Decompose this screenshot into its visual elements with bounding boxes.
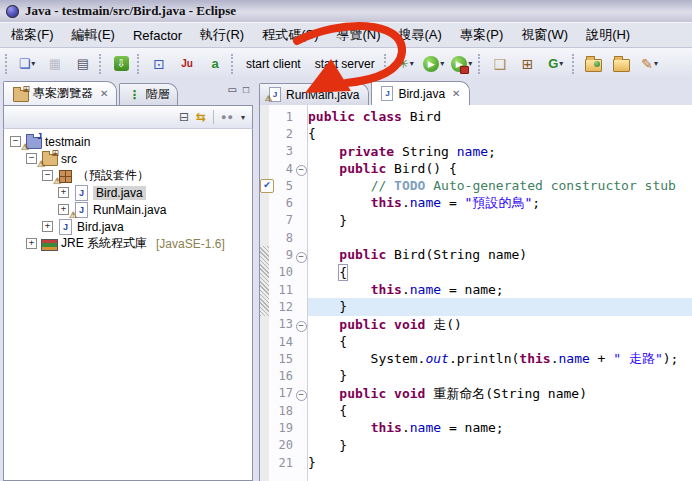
menu-item[interactable]: 執行(R): [191, 23, 253, 47]
warning-icon: ⚠: [265, 92, 272, 105]
export-button[interactable]: [609, 53, 635, 75]
code-line[interactable]: public Bird(String name): [308, 246, 692, 263]
menu-item[interactable]: 程式碼(S): [253, 23, 327, 47]
code-line[interactable]: public void 走(): [308, 316, 692, 333]
print-button[interactable]: ▤: [70, 53, 96, 75]
project-tree[interactable]: −⚠testmain−⚠src−⚠（預設套件）+JBird.java+J⚠Run…: [3, 129, 253, 481]
line-number-gutter: 1234−56789−10111213−14151617−18192021: [269, 105, 308, 481]
eclipse-window: Java - testmain/src/Bird.java - Eclipse …: [0, 0, 692, 481]
code-line[interactable]: private String name;: [308, 143, 692, 160]
java-file-icon: J: [57, 219, 73, 234]
menu-item[interactable]: 檔案(F): [2, 23, 63, 47]
fold-marker-icon[interactable]: −: [296, 165, 307, 176]
debug-button[interactable]: ✳▾: [393, 53, 419, 75]
open-type-button[interactable]: ⊡: [146, 53, 172, 75]
fold-marker-icon[interactable]: −: [296, 321, 307, 332]
tree-item[interactable]: +JBird.java: [4, 184, 252, 201]
code-line[interactable]: {: [308, 125, 692, 142]
new-package-button[interactable]: ⊞: [515, 53, 541, 75]
start-server-button[interactable]: start server: [309, 53, 381, 75]
project-explorer-panel: 專案瀏覽器 ✕ ⋮ 階層 ▭ □ ⊟ ⇆ ●● ▾ −⚠testmain−: [3, 80, 253, 481]
code-line[interactable]: }: [308, 212, 692, 229]
brush-button[interactable]: ✎▾: [637, 53, 663, 75]
code-line[interactable]: [308, 229, 692, 246]
warning-icon: ⚠: [53, 176, 61, 186]
java-file-icon: J: [381, 86, 393, 101]
tab-runmain-java[interactable]: J⚠ RunMain.java: [259, 83, 369, 105]
code-line[interactable]: this.name = "預設的鳥";: [308, 194, 692, 211]
code-line[interactable]: this.name = name;: [308, 281, 692, 298]
eclipse-logo-icon: [6, 5, 19, 18]
new-java-class-button[interactable]: ❑: [487, 53, 513, 75]
tree-item[interactable]: −⚠src: [4, 150, 252, 167]
maximize-view-icon[interactable]: □: [243, 84, 249, 95]
warning-icon: ⚠: [21, 142, 29, 152]
menu-item[interactable]: 專案(P): [451, 23, 512, 47]
java-project-icon: ⚠: [25, 134, 41, 149]
close-icon[interactable]: ✕: [100, 88, 108, 99]
view-menu-caret-icon[interactable]: ▾: [241, 113, 245, 122]
checkout-button[interactable]: ⇩: [108, 53, 134, 75]
new-wizard-button[interactable]: ❏▾: [14, 53, 40, 75]
code-line[interactable]: public void 重新命名(String name): [308, 385, 692, 402]
code-line[interactable]: {: [308, 264, 692, 281]
run-external-button[interactable]: ▶▾: [449, 53, 475, 75]
code-line[interactable]: }: [308, 367, 692, 384]
fold-marker-icon[interactable]: −: [296, 252, 307, 263]
code-line[interactable]: // TODO Auto-generated constructor stub: [308, 177, 692, 194]
run-button[interactable]: ▶▾: [421, 53, 447, 75]
library-icon: [41, 236, 57, 251]
window-title: Java - testmain/src/Bird.java - Eclipse: [25, 3, 236, 19]
new-annotation-button[interactable]: a: [202, 53, 228, 75]
code-line[interactable]: public class Bird: [308, 108, 692, 125]
tree-item[interactable]: +J⚠RunMain.java: [4, 201, 252, 218]
close-icon[interactable]: ✕: [452, 88, 460, 99]
code-line[interactable]: public Bird() {: [308, 160, 692, 177]
code-line[interactable]: this.name = name;: [308, 419, 692, 436]
tab-hierarchy[interactable]: ⋮ 階層: [119, 83, 178, 105]
task-marker-icon[interactable]: ✔: [260, 179, 274, 193]
new-web-button[interactable]: G▾: [543, 53, 569, 75]
start-client-button[interactable]: start client: [240, 53, 307, 75]
menu-item[interactable]: Refactor: [124, 25, 191, 46]
menu-item[interactable]: 編輯(E): [63, 23, 124, 47]
collapse-all-icon[interactable]: ⊟: [179, 110, 189, 124]
code-line[interactable]: System.out.println(this.name + " 走路");: [308, 350, 692, 367]
menu-item[interactable]: 搜尋(A): [390, 23, 451, 47]
fold-marker-icon[interactable]: −: [296, 390, 307, 401]
view-menu-icon[interactable]: ●●: [221, 112, 234, 122]
save-button[interactable]: ▦: [42, 53, 68, 75]
folder-icon: [613, 59, 630, 72]
menu-item[interactable]: 導覽(N): [327, 23, 389, 47]
link-with-editor-icon[interactable]: ⇆: [196, 110, 206, 124]
code-line[interactable]: }: [308, 454, 692, 471]
source-folder-icon: ⚠: [41, 151, 57, 166]
menu-item[interactable]: 說明(H): [577, 23, 639, 47]
code-line[interactable]: {: [308, 333, 692, 350]
panel-sash[interactable]: [253, 80, 256, 481]
menu-bar: 檔案(F)編輯(E)Refactor執行(R)程式碼(S)導覽(N)搜尋(A)專…: [0, 22, 692, 48]
menu-item[interactable]: 視窗(W): [512, 23, 577, 47]
code-line[interactable]: }: [308, 298, 692, 315]
tree-item[interactable]: +JRE 系統程式庫[JavaSE-1.6]: [4, 235, 252, 252]
tab-project-explorer[interactable]: 專案瀏覽器 ✕: [3, 81, 117, 105]
explorer-toolbar: ⊟ ⇆ ●● ▾: [3, 105, 253, 129]
import-button[interactable]: [581, 53, 607, 75]
tab-runmain-label: RunMain.java: [286, 88, 359, 102]
code-editor[interactable]: ✔ 1234−56789−10111213−14151617−18192021 …: [259, 105, 692, 481]
junit-button[interactable]: Ju: [174, 53, 200, 75]
tree-item[interactable]: −⚠testmain: [4, 133, 252, 150]
code-text[interactable]: public class Bird{ private String name; …: [308, 105, 692, 481]
tab-bird-label: Bird.java: [398, 87, 445, 101]
code-line[interactable]: }: [308, 437, 692, 454]
minimize-view-icon[interactable]: ▭: [228, 84, 237, 95]
tab-bird-java[interactable]: J Bird.java ✕: [371, 81, 470, 105]
workbench: 專案瀏覽器 ✕ ⋮ 階層 ▭ □ ⊟ ⇆ ●● ▾ −⚠testmain−: [0, 78, 692, 481]
hierarchy-icon: ⋮: [128, 88, 140, 102]
tree-item[interactable]: −⚠（預設套件）: [4, 167, 252, 184]
tree-item[interactable]: +JBird.java: [4, 218, 252, 235]
annotation-ruler[interactable]: ✔: [260, 105, 269, 481]
editor-tab-bar: J⚠ RunMain.java J Bird.java ✕: [259, 80, 692, 105]
code-line[interactable]: {: [308, 402, 692, 419]
explorer-tab-bar: 專案瀏覽器 ✕ ⋮ 階層 ▭ □: [3, 80, 253, 105]
